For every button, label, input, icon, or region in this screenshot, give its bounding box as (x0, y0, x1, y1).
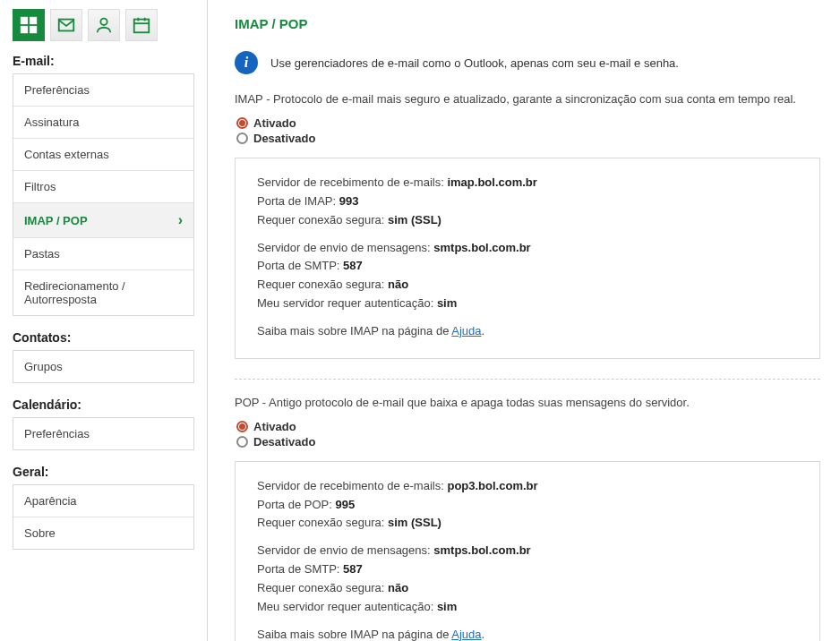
section-general-title: Geral: (13, 465, 194, 479)
sidebar-item-label: Assinatura (24, 115, 79, 129)
page-title: IMAP / POP (235, 16, 820, 31)
value: 993 (339, 194, 359, 208)
sidebar-item-cal-preferencias[interactable]: Preferências (13, 418, 193, 449)
learn-more-text: Saiba mais sobre IMAP na página de (257, 628, 451, 641)
sidebar-item-label: Aparência (24, 494, 77, 508)
radio-label: Desativado (253, 132, 315, 145)
value: smtps.bol.com.br (433, 543, 530, 557)
value: 587 (343, 562, 363, 576)
svg-rect-2 (21, 27, 27, 32)
svg-rect-0 (21, 18, 27, 23)
radio-icon (236, 117, 248, 129)
chevron-right-icon: › (178, 212, 183, 228)
pop-radio-desativado[interactable]: Desativado (236, 435, 820, 449)
sidebar-item-sobre[interactable]: Sobre (13, 517, 193, 549)
value: sim (SSL) (388, 516, 441, 529)
section-calendar-title: Calendário: (13, 397, 194, 412)
value: 587 (343, 259, 363, 272)
sidebar-item-label: Preferências (24, 83, 90, 97)
value: smtps.bol.com.br (433, 241, 530, 254)
sidebar-item-label: Contas externas (24, 148, 109, 161)
help-link[interactable]: Ajuda (451, 324, 481, 338)
value: imap.bol.com.br (447, 175, 536, 189)
label: Requer conexão segura: (257, 581, 388, 594)
sidebar-item-imap-pop[interactable]: IMAP / POP › (13, 203, 193, 238)
sidebar-item-label: Preferências (24, 427, 90, 440)
label: Servidor de recebimento de e-mails: (257, 479, 447, 492)
sidebar-item-aparencia[interactable]: Aparência (13, 485, 193, 517)
nav-calendar-icon[interactable] (125, 9, 158, 41)
nav-contacts-icon[interactable] (88, 9, 120, 41)
sidebar-item-label: Sobre (24, 526, 56, 540)
label: Servidor de envio de mensagens: (257, 543, 433, 557)
svg-rect-6 (134, 20, 150, 33)
label: Servidor de recebimento de e-mails: (257, 175, 447, 189)
value: sim (SSL) (388, 213, 441, 226)
section-email-title: E-mail: (13, 54, 194, 68)
value: sim (437, 296, 457, 310)
label: Porta de SMTP: (257, 562, 343, 576)
pop-description: POP - Antigo protocolo de e-mail que bai… (235, 396, 820, 409)
label: Requer conexão segura: (257, 278, 388, 291)
radio-label: Ativado (253, 420, 296, 433)
menu-general: Aparência Sobre (13, 484, 194, 550)
svg-rect-1 (30, 18, 36, 23)
divider (235, 379, 820, 380)
sidebar-item-preferencias[interactable]: Preferências (13, 74, 193, 107)
value: não (388, 278, 408, 291)
label: Requer conexão segura: (257, 213, 388, 226)
value: não (388, 581, 408, 594)
pop-radio-ativado[interactable]: Ativado (236, 420, 820, 433)
sidebar-item-grupos[interactable]: Grupos (13, 351, 193, 382)
nav-mail-icon[interactable] (50, 9, 82, 41)
svg-rect-3 (30, 27, 36, 32)
svg-point-5 (100, 19, 107, 25)
sidebar-item-assinatura[interactable]: Assinatura (13, 107, 193, 139)
sidebar-item-filtros[interactable]: Filtros (13, 171, 193, 203)
value: sim (437, 600, 457, 613)
label: Porta de POP: (257, 498, 335, 511)
learn-more-text: Saiba mais sobre IMAP na página de (257, 324, 451, 338)
sidebar-item-label: Pastas (24, 247, 60, 261)
radio-icon (236, 436, 248, 448)
imap-radio-group: Ativado Desativado (235, 116, 820, 145)
label: Requer conexão segura: (257, 516, 388, 529)
imap-server-box: Servidor de recebimento de e-mails: imap… (235, 158, 820, 359)
sidebar-item-label: Grupos (24, 360, 63, 373)
help-link[interactable]: Ajuda (451, 628, 481, 641)
nav-apps-icon[interactable] (13, 9, 45, 41)
value: 995 (335, 498, 355, 511)
info-icon: i (235, 51, 258, 74)
label: Porta de IMAP: (257, 194, 339, 208)
sidebar-item-label: Filtros (24, 180, 56, 193)
sidebar-item-pastas[interactable]: Pastas (13, 238, 193, 270)
sidebar: E-mail: Preferências Assinatura Contas e… (0, 0, 208, 641)
info-text: Use gerenciadores de e-mail como o Outlo… (270, 56, 679, 70)
radio-icon (236, 132, 248, 144)
section-contacts-title: Contatos: (13, 330, 194, 345)
menu-calendar: Preferências (13, 417, 194, 450)
radio-icon (236, 421, 248, 432)
imap-radio-desativado[interactable]: Desativado (236, 132, 820, 145)
sidebar-item-label: IMAP / POP (24, 214, 88, 227)
value: pop3.bol.com.br (447, 479, 537, 492)
label: Porta de SMTP: (257, 259, 343, 272)
label: Servidor de envio de mensagens: (257, 241, 433, 254)
radio-label: Desativado (253, 435, 315, 449)
pop-radio-group: Ativado Desativado (235, 420, 820, 449)
label: Meu servidor requer autenticação: (257, 600, 437, 613)
menu-email: Preferências Assinatura Contas externas … (13, 73, 194, 316)
radio-label: Ativado (253, 116, 296, 130)
sidebar-item-label: Redirecionamento / Autorresposta (24, 279, 183, 306)
sidebar-item-redirecionamento[interactable]: Redirecionamento / Autorresposta (13, 270, 193, 315)
imap-description: IMAP - Protocolo de e-mail mais seguro e… (235, 92, 820, 106)
label: Meu servidor requer autenticação: (257, 296, 437, 310)
imap-radio-ativado[interactable]: Ativado (236, 116, 820, 130)
menu-contacts: Grupos (13, 350, 194, 383)
pop-server-box: Servidor de recebimento de e-mails: pop3… (235, 461, 820, 641)
sidebar-item-contas-externas[interactable]: Contas externas (13, 139, 193, 171)
main-content: IMAP / POP i Use gerenciadores de e-mail… (208, 0, 840, 641)
top-nav (13, 9, 194, 41)
info-banner: i Use gerenciadores de e-mail como o Out… (235, 51, 820, 74)
